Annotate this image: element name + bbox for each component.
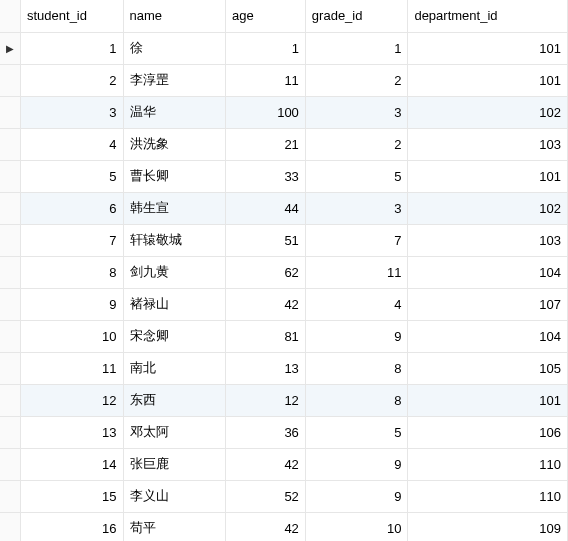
cell-department-id[interactable]: 110: [408, 448, 568, 480]
cell-age[interactable]: 42: [226, 288, 306, 320]
table-row[interactable]: 16苟平4210109: [0, 512, 568, 541]
cell-student-id[interactable]: 13: [21, 416, 124, 448]
cell-student-id[interactable]: 12: [21, 384, 124, 416]
column-header-name[interactable]: name: [123, 0, 226, 32]
cell-student-id[interactable]: 10: [21, 320, 124, 352]
table-row[interactable]: 9褚禄山424107: [0, 288, 568, 320]
table-row[interactable]: ▶1徐11101: [0, 32, 568, 64]
row-gutter[interactable]: [0, 480, 21, 512]
cell-grade-id[interactable]: 11: [305, 256, 408, 288]
cell-age[interactable]: 33: [226, 160, 306, 192]
cell-name[interactable]: 宋念卿: [123, 320, 226, 352]
cell-age[interactable]: 12: [226, 384, 306, 416]
row-gutter[interactable]: [0, 96, 21, 128]
cell-age[interactable]: 42: [226, 512, 306, 541]
cell-department-id[interactable]: 103: [408, 224, 568, 256]
current-row-marker-icon[interactable]: ▶: [0, 32, 21, 64]
cell-name[interactable]: 苟平: [123, 512, 226, 541]
cell-grade-id[interactable]: 5: [305, 160, 408, 192]
cell-age[interactable]: 13: [226, 352, 306, 384]
row-gutter[interactable]: [0, 256, 21, 288]
table-row[interactable]: 7轩辕敬城517103: [0, 224, 568, 256]
cell-student-id[interactable]: 1: [21, 32, 124, 64]
cell-grade-id[interactable]: 7: [305, 224, 408, 256]
cell-age[interactable]: 81: [226, 320, 306, 352]
cell-department-id[interactable]: 110: [408, 480, 568, 512]
cell-student-id[interactable]: 16: [21, 512, 124, 541]
row-gutter[interactable]: [0, 224, 21, 256]
cell-student-id[interactable]: 4: [21, 128, 124, 160]
cell-department-id[interactable]: 102: [408, 96, 568, 128]
cell-age[interactable]: 100: [226, 96, 306, 128]
cell-department-id[interactable]: 102: [408, 192, 568, 224]
cell-name[interactable]: 李淳罡: [123, 64, 226, 96]
cell-name[interactable]: 剑九黄: [123, 256, 226, 288]
cell-student-id[interactable]: 7: [21, 224, 124, 256]
cell-department-id[interactable]: 103: [408, 128, 568, 160]
cell-age[interactable]: 11: [226, 64, 306, 96]
cell-student-id[interactable]: 3: [21, 96, 124, 128]
cell-name[interactable]: 温华: [123, 96, 226, 128]
table-row[interactable]: 2李淳罡112101: [0, 64, 568, 96]
cell-grade-id[interactable]: 9: [305, 480, 408, 512]
cell-age[interactable]: 44: [226, 192, 306, 224]
cell-grade-id[interactable]: 8: [305, 384, 408, 416]
cell-grade-id[interactable]: 5: [305, 416, 408, 448]
cell-department-id[interactable]: 101: [408, 64, 568, 96]
cell-age[interactable]: 51: [226, 224, 306, 256]
cell-name[interactable]: 徐: [123, 32, 226, 64]
cell-student-id[interactable]: 14: [21, 448, 124, 480]
cell-age[interactable]: 42: [226, 448, 306, 480]
row-gutter[interactable]: [0, 128, 21, 160]
cell-grade-id[interactable]: 9: [305, 320, 408, 352]
cell-name[interactable]: 李义山: [123, 480, 226, 512]
cell-department-id[interactable]: 101: [408, 32, 568, 64]
cell-age[interactable]: 21: [226, 128, 306, 160]
table-row[interactable]: 3温华1003102: [0, 96, 568, 128]
row-gutter[interactable]: [0, 448, 21, 480]
row-gutter[interactable]: [0, 64, 21, 96]
table-row[interactable]: 4洪洗象212103: [0, 128, 568, 160]
cell-grade-id[interactable]: 9: [305, 448, 408, 480]
cell-name[interactable]: 邓太阿: [123, 416, 226, 448]
table-row[interactable]: 8剑九黄6211104: [0, 256, 568, 288]
cell-student-id[interactable]: 15: [21, 480, 124, 512]
cell-name[interactable]: 东西: [123, 384, 226, 416]
cell-name[interactable]: 洪洗象: [123, 128, 226, 160]
column-header-department-id[interactable]: department_id: [408, 0, 568, 32]
cell-grade-id[interactable]: 10: [305, 512, 408, 541]
data-table[interactable]: student_id name age grade_id department_…: [0, 0, 568, 541]
cell-name[interactable]: 韩生宣: [123, 192, 226, 224]
cell-department-id[interactable]: 106: [408, 416, 568, 448]
row-gutter[interactable]: [0, 352, 21, 384]
cell-department-id[interactable]: 104: [408, 320, 568, 352]
cell-grade-id[interactable]: 2: [305, 64, 408, 96]
row-gutter[interactable]: [0, 160, 21, 192]
table-row[interactable]: 13邓太阿365106: [0, 416, 568, 448]
cell-age[interactable]: 62: [226, 256, 306, 288]
cell-age[interactable]: 1: [226, 32, 306, 64]
row-gutter[interactable]: [0, 288, 21, 320]
cell-grade-id[interactable]: 3: [305, 192, 408, 224]
cell-department-id[interactable]: 101: [408, 384, 568, 416]
table-row[interactable]: 10宋念卿819104: [0, 320, 568, 352]
cell-department-id[interactable]: 107: [408, 288, 568, 320]
cell-department-id[interactable]: 109: [408, 512, 568, 541]
cell-name[interactable]: 褚禄山: [123, 288, 226, 320]
cell-name[interactable]: 南北: [123, 352, 226, 384]
table-row[interactable]: 6韩生宣443102: [0, 192, 568, 224]
cell-grade-id[interactable]: 4: [305, 288, 408, 320]
cell-name[interactable]: 轩辕敬城: [123, 224, 226, 256]
cell-department-id[interactable]: 101: [408, 160, 568, 192]
cell-department-id[interactable]: 105: [408, 352, 568, 384]
cell-name[interactable]: 曹长卿: [123, 160, 226, 192]
column-header-grade-id[interactable]: grade_id: [305, 0, 408, 32]
cell-student-id[interactable]: 11: [21, 352, 124, 384]
cell-grade-id[interactable]: 3: [305, 96, 408, 128]
cell-age[interactable]: 52: [226, 480, 306, 512]
cell-grade-id[interactable]: 8: [305, 352, 408, 384]
table-row[interactable]: 14张巨鹿429110: [0, 448, 568, 480]
table-row[interactable]: 12东西128101: [0, 384, 568, 416]
cell-student-id[interactable]: 8: [21, 256, 124, 288]
row-gutter[interactable]: [0, 416, 21, 448]
